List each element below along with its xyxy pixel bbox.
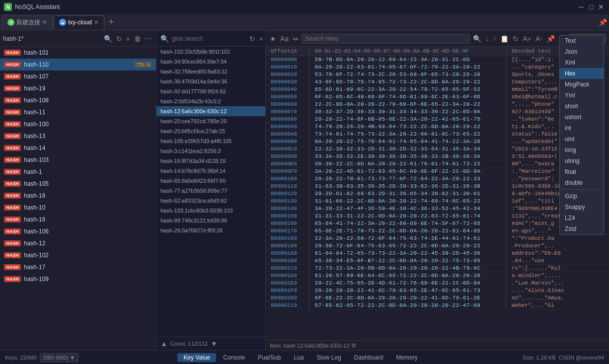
format-menu-item[interactable]: Zstd (560, 223, 604, 234)
hex-nav-down[interactable]: ↓ (484, 34, 490, 44)
hex-container[interactable]: 0ffset16 | 00-01-02-03-04-05-06-07-08-09… (266, 47, 609, 340)
hash-item[interactable]: hash-99:749c3121:b439:99 (156, 216, 265, 225)
format-menu-item[interactable]: ushort (560, 112, 604, 123)
refresh-icon[interactable]: ↻ (115, 34, 123, 44)
hash-item[interactable]: hash-36:4769d14a:0e4e:36 (156, 76, 265, 86)
hex-nav-up[interactable]: ↑ (492, 34, 497, 44)
statusbar-tab-lua[interactable]: Lua (288, 353, 309, 362)
tab-new-close[interactable]: ✕ (42, 19, 47, 26)
key-item[interactable]: HASHhash-10 (0, 202, 156, 214)
hash-item[interactable]: hash-20:cee782cd:780e:20 (156, 116, 265, 126)
minimize-button[interactable]: ─ (577, 3, 585, 11)
statusbar-tab-slow-log[interactable]: Slow Log (310, 353, 347, 362)
format-menu-item[interactable]: long (560, 145, 604, 155)
format-menu-item[interactable]: Xml (560, 57, 604, 68)
key-item[interactable]: HASHhash-102 (0, 249, 156, 261)
hash-item[interactable]: hash-105:e39657d3:a4f6:105 (156, 136, 265, 146)
key-item[interactable]: HASHhash-16 (0, 214, 156, 225)
glob-search-icon[interactable]: 🔍 (159, 34, 170, 44)
key-item[interactable]: HASHhash-110TTL:-1 (0, 59, 156, 71)
key-item[interactable]: HASHhash-17 (0, 261, 156, 273)
key-item[interactable]: HASHhash-101 (0, 47, 156, 59)
close-button[interactable]: ✕ (597, 3, 605, 11)
hash-item[interactable]: hash-2:0d534a2b:43c5:2 (156, 96, 265, 106)
statusbar-tab-dashboard[interactable]: Dashboard (348, 353, 389, 362)
text-format-icon[interactable]: Aa (279, 34, 290, 44)
format-menu-item[interactable]: Gzip (560, 191, 604, 202)
key-item[interactable]: HASHhash-107 (0, 71, 156, 82)
hex-font-big[interactable]: A+ (522, 34, 533, 44)
format-menu-item[interactable]: float (560, 166, 604, 177)
format-menu-item[interactable]: Snappy (560, 202, 604, 213)
scroll-up-icon[interactable]: ▲ (159, 339, 168, 349)
hash-item[interactable]: hash-62:a83323ca:a9d3:62 (156, 196, 265, 206)
format-menu-item[interactable]: Hex (560, 68, 604, 79)
glob-search-input[interactable] (172, 35, 246, 42)
hash-item[interactable]: hash-65:9a5e8423:66f7:65 (156, 176, 265, 186)
copy-item-icon[interactable]: ⧉ (352, 342, 356, 349)
key-item[interactable]: HASHhash-11 (0, 106, 156, 118)
hex-font-small[interactable]: A- (534, 34, 543, 44)
statusbar-tab-key-value[interactable]: Key Value (177, 353, 216, 362)
scroll-down-icon[interactable]: ▼ (210, 339, 219, 349)
tab-txy-cloud[interactable]: ☁ txy-cloud ✕ (54, 15, 104, 29)
key-item[interactable]: HASHhash-12 (0, 237, 156, 249)
key-item[interactable]: HASHhash-105 (0, 178, 156, 190)
hex-arrows-icon[interactable]: ⇔ (292, 34, 300, 44)
glob-refresh-icon[interactable]: ↻ (248, 34, 256, 44)
format-menu-item[interactable]: MsgPack (560, 79, 604, 90)
format-menu-item[interactable]: ulong (560, 155, 604, 166)
hex-search-button[interactable]: 🔍 (472, 34, 482, 44)
key-item[interactable]: HASHhash-109 (0, 273, 156, 285)
hash-item[interactable]: hash-77:a27b3b56:809e:77 (156, 186, 265, 196)
hash-item[interactable]: hash-32:768eed00:8a83:32 (156, 67, 265, 76)
key-item[interactable]: HASHhash-18 (0, 190, 156, 202)
key-item[interactable]: HASHhash-103 (0, 154, 156, 166)
hash-item[interactable]: hash-25:b85cf3ca:27ab:25 (156, 126, 265, 136)
search-icon[interactable]: 🔍 (103, 34, 113, 44)
add-tab-button[interactable]: + (105, 16, 117, 28)
hash-item[interactable]: hash-34:90cec864:39e7:34 (156, 57, 265, 67)
hash-item[interactable]: hash-103:1cbc60b3:5038:103 (156, 206, 265, 216)
hex-search-input[interactable] (302, 34, 470, 44)
glob-add-icon[interactable]: + (258, 34, 264, 44)
tab-new-conn[interactable]: ✦ 新建连接 ✕ (2, 15, 53, 29)
format-menu-item[interactable]: int (560, 123, 604, 134)
format-menu-item[interactable]: short (560, 101, 604, 112)
hash-item[interactable]: hash-3:c141bea2:8256:3 (156, 146, 265, 156)
titlebar-controls[interactable]: ─ □ ✕ (577, 3, 605, 11)
star-icon[interactable]: ★ (269, 34, 277, 44)
hex-copy[interactable]: 📋 (499, 34, 510, 44)
hash-item[interactable]: hash-14:b78c8d75:36bf:14 (156, 166, 265, 176)
key-item[interactable]: HASHhash-14 (0, 142, 156, 154)
key-item[interactable]: HASHhash-13 (0, 130, 156, 142)
key-item[interactable]: HASHhash-19 (0, 82, 156, 94)
format-menu-item[interactable]: Yml (560, 90, 604, 101)
hex-pin[interactable]: 📌 (545, 34, 556, 44)
format-menu-item[interactable]: uint (560, 134, 604, 145)
delete-key-icon[interactable]: 🗑 (133, 34, 142, 44)
maximize-button[interactable]: □ (587, 3, 595, 11)
format-menu-item[interactable]: Json (560, 46, 604, 57)
statusbar-tab-pua/sub[interactable]: Pua/Sub (252, 353, 287, 362)
more-icon[interactable]: ⋯ (144, 34, 153, 44)
db-badge[interactable]: DB0 (680) ▼ (40, 353, 78, 362)
format-menu-item[interactable]: Text (560, 35, 604, 46)
hash-item[interactable]: hash-16:f87d3a34:d228:16 (156, 156, 265, 166)
add-key-icon[interactable]: + (125, 34, 131, 44)
tab-cloud-close[interactable]: ✕ (94, 19, 99, 26)
pin-icon[interactable]: 📌 (599, 18, 607, 26)
statusbar-tab-memory[interactable]: Memory (390, 353, 424, 362)
statusbar-tab-console[interactable]: Console (217, 353, 251, 362)
key-item[interactable]: HASHhash-100 (0, 118, 156, 130)
key-item[interactable]: HASHhash-108 (0, 94, 156, 106)
format-menu-item[interactable]: double (560, 177, 604, 188)
hash-item[interactable]: hash-92:dd177798:9f24:92 (156, 86, 265, 96)
key-item[interactable]: HASHhash-106 (0, 225, 156, 237)
hex-refresh[interactable]: ↻ (512, 34, 520, 44)
hash-item[interactable]: hash-12:6a6c300e:630c:12 (156, 106, 265, 116)
format-menu-item[interactable]: LZ4 (560, 213, 604, 223)
hash-item[interactable]: hash-102:33cf2b6b:901f:102 (156, 47, 265, 57)
key-item[interactable]: HASHhash-1 (0, 166, 156, 178)
hash-item[interactable]: hash-26:0a76827e:ff0f:26 (156, 225, 265, 235)
